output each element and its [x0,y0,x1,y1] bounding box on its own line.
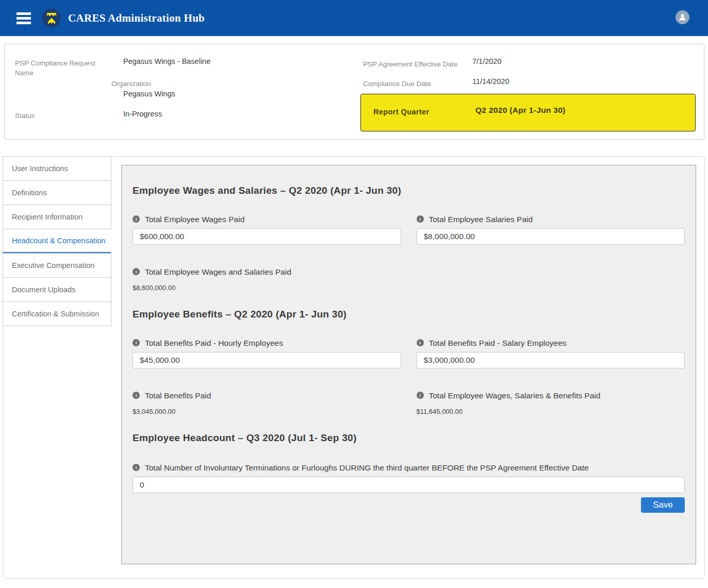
user-avatar-icon[interactable] [676,10,689,24]
wages-paid-field: i Total Employee Wages Paid [133,214,401,245]
total-wages-salaries-value: $8,600,000.00 [133,284,685,292]
sidebar-item-definitions[interactable]: Definitions [3,180,111,205]
salaries-paid-input[interactable] [417,228,685,245]
compliance-summary-card: PSP Compliance Request Name Pegasus Wing… [4,44,704,140]
total-benefits-label: Total Benefits Paid [145,390,211,401]
effective-date-label: PSP Agreement Effective Date [363,59,457,69]
app-header: CARES Administration Hub [0,0,708,36]
total-wages-salaries-field: i Total Employee Wages and Salaries Paid… [133,266,685,292]
salary-benefits-input[interactable] [417,352,685,368]
total-wages-salaries-label: Total Employee Wages and Salaries Paid [145,266,291,277]
status-label: Status [15,111,35,121]
report-quarter-label: Report Quarter [373,108,430,116]
salary-benefits-field: i Total Benefits Paid - Salary Employees [417,338,685,368]
hamburger-menu-icon[interactable] [17,12,31,24]
wages-section-title: Employee Wages and Salaries – Q2 2020 (A… [133,185,685,196]
hourly-benefits-label: Total Benefits Paid - Hourly Employees [145,338,283,348]
sidebar-item-user-instructions[interactable]: User Instructions [3,156,111,181]
info-icon[interactable]: i [133,215,140,223]
wages-paid-label: Total Employee Wages Paid [145,214,244,225]
due-date-value: 11/14/2020 [472,77,509,86]
sidebar-item-executive-compensation[interactable]: Executive Compensation [3,253,111,278]
sidebar-item-recipient-information[interactable]: Recipient Information [3,205,111,229]
total-all-field: i Total Employee Wages, Salaries & Benef… [417,390,685,415]
status-value: In-Progress [123,110,162,118]
request-name-value: Pegasus Wings - Baseline [123,57,210,65]
info-icon[interactable]: i [133,392,140,399]
info-icon[interactable]: i [133,268,140,275]
total-all-value: $11,645,000.00 [417,408,685,415]
salaries-paid-field: i Total Employee Salaries Paid [417,214,685,245]
terminations-input[interactable] [133,477,685,493]
salaries-paid-label: Total Employee Salaries Paid [429,214,533,225]
info-icon[interactable]: i [133,464,140,471]
salary-benefits-label: Total Benefits Paid - Salary Employees [429,338,567,348]
effective-date-value: 7/1/2020 [472,57,501,65]
hourly-benefits-input[interactable] [133,352,401,368]
terminations-field: i Total Number of Involuntary Terminatio… [133,462,633,473]
info-icon[interactable]: i [417,215,424,223]
main-area: User Instructions Definitions Recipient … [3,156,705,579]
total-benefits-value: $3,045,000.00 [133,408,401,415]
app-title: CARES Administration Hub [68,12,205,25]
info-icon[interactable]: i [417,339,424,346]
info-icon[interactable]: i [133,339,140,346]
hourly-benefits-field: i Total Benefits Paid - Hourly Employees [133,338,401,368]
report-quarter-value: Q2 2020 (Apr 1-Jun 30) [475,106,566,115]
headcount-section-title: Employee Headcount – Q3 2020 (Jul 1- Sep… [133,432,685,444]
benefits-section-title: Employee Benefits – Q2 2020 (Apr 1- Jun … [133,309,685,320]
terminations-label: Total Number of Involuntary Terminations… [145,462,589,473]
info-icon[interactable]: i [417,392,424,399]
organization-value: Pegasus Wings [123,90,175,98]
sidebar-item-document-uploads[interactable]: Document Uploads [3,277,111,302]
wages-paid-input[interactable] [133,228,401,245]
report-quarter-highlight: Report Quarter Q2 2020 (Apr 1-Jun 30) [360,94,696,131]
sidebar-item-headcount-compensation[interactable]: Headcount & Compensation [3,229,111,254]
section-tab-list: User Instructions Definitions Recipient … [3,156,111,326]
organization-label: Organization [111,79,151,89]
save-button[interactable]: Save [641,497,685,513]
shield-logo-icon [42,8,61,28]
request-name-label: PSP Compliance Request Name [15,58,97,78]
headcount-compensation-panel: Employee Wages and Salaries – Q2 2020 (A… [121,165,696,564]
sidebar-item-certification-submission[interactable]: Certification & Submission [3,301,111,326]
total-benefits-field: i Total Benefits Paid $3,045,000.00 [133,390,401,415]
total-all-label: Total Employee Wages, Salaries & Benefit… [429,390,601,401]
due-date-label: Compliance Due Date [363,79,431,89]
